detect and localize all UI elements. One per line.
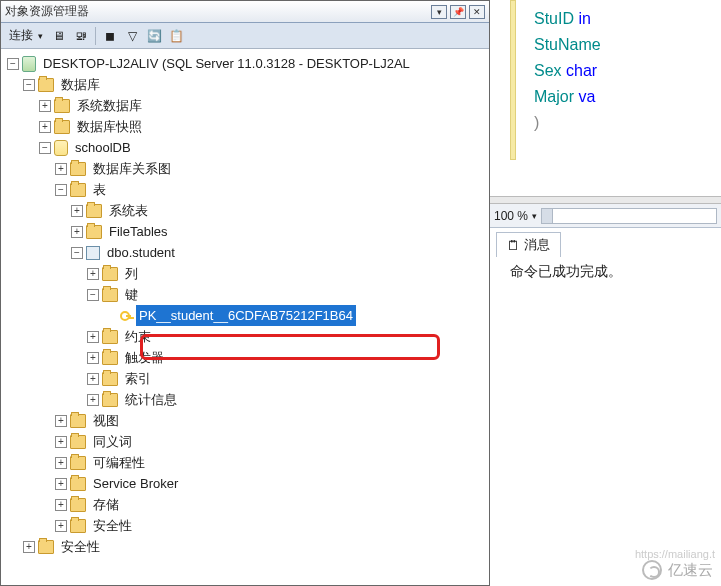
registered-servers-icon[interactable]: 📋: [168, 28, 184, 44]
expand-icon[interactable]: +: [55, 478, 67, 490]
collapse-icon[interactable]: −: [55, 184, 67, 196]
panel-pin-icon[interactable]: 📌: [450, 5, 466, 19]
filetables-node[interactable]: FileTables: [106, 221, 171, 242]
expand-icon[interactable]: +: [39, 100, 51, 112]
filter-icon[interactable]: ▽: [124, 28, 140, 44]
watermark: 亿速云: [642, 560, 713, 580]
constraints-node[interactable]: 约束: [122, 326, 154, 347]
security-server-node[interactable]: 安全性: [58, 536, 103, 557]
expand-icon[interactable]: +: [87, 352, 99, 364]
message-icon: 🗒: [507, 238, 520, 253]
expand-icon[interactable]: +: [55, 520, 67, 532]
panel-titlebar: 对象资源管理器 ▾ 📌 ✕: [1, 1, 489, 23]
expand-icon[interactable]: +: [23, 541, 35, 553]
diagrams-node[interactable]: 数据库关系图: [90, 158, 174, 179]
folder-icon: [70, 414, 86, 428]
databases-node[interactable]: 数据库: [58, 74, 103, 95]
stats-node[interactable]: 统计信息: [122, 389, 180, 410]
indexes-node[interactable]: 索引: [122, 368, 154, 389]
folder-icon: [70, 477, 86, 491]
folder-icon: [70, 435, 86, 449]
folder-icon: [38, 78, 54, 92]
horizontal-scrollbar[interactable]: [541, 208, 717, 224]
folder-icon: [70, 183, 86, 197]
stop-icon[interactable]: ◼: [102, 28, 118, 44]
security-db-node[interactable]: 安全性: [90, 515, 135, 536]
collapse-icon[interactable]: −: [7, 58, 19, 70]
expand-icon[interactable]: +: [87, 373, 99, 385]
folder-icon: [102, 372, 118, 386]
expand-icon[interactable]: +: [55, 457, 67, 469]
expand-icon[interactable]: +: [55, 415, 67, 427]
table-icon: [86, 246, 100, 260]
expand-icon[interactable]: +: [55, 436, 67, 448]
expand-icon[interactable]: +: [87, 394, 99, 406]
server-icon: [22, 56, 36, 72]
zoom-bar: 100 % ▾: [490, 204, 721, 228]
watermark-url: https://mailiang.t: [635, 548, 715, 560]
primary-key-node[interactable]: PK__student__6CDFAB75212F1B64: [136, 305, 356, 326]
sql-editor[interactable]: StuID in StuName Sex char Major va ): [490, 0, 721, 196]
splitter[interactable]: [490, 196, 721, 204]
folder-icon: [102, 330, 118, 344]
editor-gutter: [510, 0, 516, 160]
columns-node[interactable]: 列: [122, 263, 141, 284]
messages-body: 命令已成功完成。: [490, 257, 721, 287]
collapse-icon[interactable]: −: [71, 247, 83, 259]
results-pane: 🗒 消息 命令已成功完成。: [490, 228, 721, 287]
keys-node[interactable]: 键: [122, 284, 141, 305]
panel-toolbar: 连接▾ 🖥 🖳 ◼ ▽ 🔄 📋: [1, 23, 489, 49]
database-icon: [54, 140, 68, 156]
systables-node[interactable]: 系统表: [106, 200, 151, 221]
zoom-level[interactable]: 100 %: [494, 209, 528, 223]
folder-icon: [54, 99, 70, 113]
collapse-icon[interactable]: −: [87, 289, 99, 301]
storage-node[interactable]: 存储: [90, 494, 122, 515]
expand-icon[interactable]: +: [55, 163, 67, 175]
object-tree[interactable]: −DESKTOP-LJ2ALIV (SQL Server 11.0.3128 -…: [1, 49, 489, 585]
folder-icon: [102, 288, 118, 302]
object-explorer-panel: 对象资源管理器 ▾ 📌 ✕ 连接▾ 🖥 🖳 ◼ ▽ 🔄 📋 −DESKTOP-L…: [0, 0, 490, 586]
userdb-node[interactable]: schoolDB: [72, 137, 134, 158]
folder-icon: [102, 351, 118, 365]
connect-server-icon[interactable]: 🖥: [51, 28, 67, 44]
disconnect-icon[interactable]: 🖳: [73, 28, 89, 44]
connect-button[interactable]: 连接▾: [7, 25, 45, 46]
watermark-logo-icon: [642, 560, 662, 580]
collapse-icon[interactable]: −: [39, 142, 51, 154]
folder-icon: [38, 540, 54, 554]
folder-icon: [70, 519, 86, 533]
folder-icon: [70, 162, 86, 176]
panel-dropdown-icon[interactable]: ▾: [431, 5, 447, 19]
snapshot-node[interactable]: 数据库快照: [74, 116, 145, 137]
folder-icon: [102, 393, 118, 407]
expand-icon[interactable]: +: [71, 205, 83, 217]
folder-icon: [70, 456, 86, 470]
folder-icon: [86, 225, 102, 239]
panel-title: 对象资源管理器: [5, 3, 89, 20]
folder-icon: [86, 204, 102, 218]
expand-icon[interactable]: +: [87, 268, 99, 280]
collapse-icon[interactable]: −: [23, 79, 35, 91]
views-node[interactable]: 视图: [90, 410, 122, 431]
right-pane: StuID in StuName Sex char Major va ) 100…: [490, 0, 721, 586]
server-node[interactable]: DESKTOP-LJ2ALIV (SQL Server 11.0.3128 - …: [40, 53, 413, 74]
expand-icon[interactable]: +: [55, 499, 67, 511]
folder-icon: [54, 120, 70, 134]
expand-icon[interactable]: +: [39, 121, 51, 133]
tables-node[interactable]: 表: [90, 179, 109, 200]
table-node[interactable]: dbo.student: [104, 242, 178, 263]
folder-icon: [70, 498, 86, 512]
refresh-icon[interactable]: 🔄: [146, 28, 162, 44]
sysdb-node[interactable]: 系统数据库: [74, 95, 145, 116]
panel-close-icon[interactable]: ✕: [469, 5, 485, 19]
expand-icon[interactable]: +: [71, 226, 83, 238]
servicebroker-node[interactable]: Service Broker: [90, 473, 181, 494]
programmability-node[interactable]: 可编程性: [90, 452, 148, 473]
expand-icon[interactable]: +: [87, 331, 99, 343]
folder-icon: [102, 267, 118, 281]
triggers-node[interactable]: 触发器: [122, 347, 167, 368]
key-icon: [118, 309, 132, 323]
messages-tab[interactable]: 🗒 消息: [496, 232, 561, 257]
synonyms-node[interactable]: 同义词: [90, 431, 135, 452]
